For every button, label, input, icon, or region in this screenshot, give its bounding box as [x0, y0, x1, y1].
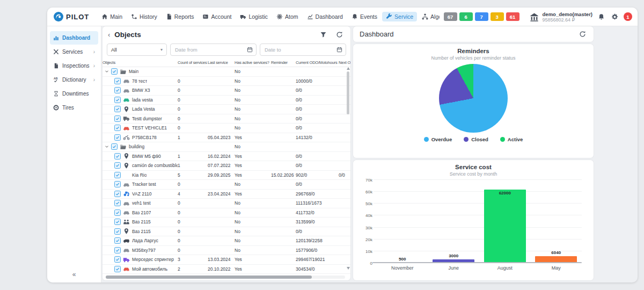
scroll-down-arrow[interactable]	[347, 267, 350, 270]
nav-item-atom[interactable]: Atom	[273, 12, 302, 21]
user-menu[interactable]: demo_demo(master) 95856802.64 ₽	[529, 11, 592, 23]
table-row[interactable]: Мой мотоцикл113.03.2024Yes1221935/0	[103, 274, 350, 275]
row-checkbox[interactable]	[114, 181, 121, 187]
legend-item-active[interactable]: Active	[500, 136, 523, 142]
row-checkbox[interactable]	[114, 209, 121, 216]
vertical-scroll-thumb[interactable]	[347, 71, 349, 114]
table-row[interactable]: 78 тест0No10000/0	[103, 77, 350, 86]
row-checkbox[interactable]	[114, 228, 121, 235]
refresh-icon[interactable]	[578, 30, 587, 39]
counter-badge[interactable]: 7	[475, 12, 488, 21]
sidebar-item-dictionary[interactable]: ABDictionary›	[50, 73, 98, 86]
counter-badge[interactable]: 6	[459, 12, 473, 21]
nav-item-algorithms[interactable]: Algorithms	[418, 12, 439, 21]
nav-item-history[interactable]: History	[127, 12, 161, 21]
counter-badges: 6767361	[444, 12, 519, 21]
odo-cell: 0/0	[296, 182, 339, 187]
nav-item-dashboard[interactable]: Dashboard	[303, 12, 347, 21]
alerts-count-badge[interactable]: 1	[624, 12, 632, 21]
expand-chevron-icon[interactable]	[105, 69, 109, 74]
nav-item-events[interactable]: Events	[348, 12, 381, 21]
row-checkbox[interactable]	[114, 125, 121, 131]
scroll-up-arrow[interactable]	[347, 67, 350, 70]
date-to-input[interactable]	[264, 46, 336, 53]
last-cell: 16.02.2024	[208, 154, 235, 159]
object-type-select[interactable]: All ▾	[107, 44, 167, 56]
vertical-scrollbar[interactable]	[346, 67, 350, 270]
row-checkbox[interactable]	[114, 256, 121, 263]
nav-item-reports[interactable]: Reports	[162, 12, 198, 21]
calendar-icon[interactable]	[336, 47, 342, 53]
row-checkbox[interactable]	[114, 78, 121, 84]
counter-badge[interactable]: 67	[444, 12, 457, 21]
table-row[interactable]: veh1 test0No111316/1673	[103, 199, 350, 208]
table-row[interactable]: Lada Vesta0No0/0	[103, 105, 350, 114]
refresh-icon[interactable]	[335, 30, 344, 39]
count-cell: 0	[178, 248, 208, 253]
table-row[interactable]: Testt dumpster0No0/0	[103, 114, 350, 124]
table-row[interactable]: Ваз 21070No411732/0	[103, 208, 350, 218]
row-checkbox[interactable]	[114, 87, 121, 93]
table-row[interactable]: Лада Ларгус0No120139/2258	[103, 236, 350, 246]
table-row[interactable]: VAZ 2110423.04.2024Yes296768/0	[103, 190, 350, 199]
row-checkbox[interactable]	[114, 97, 121, 103]
active-cell: No	[235, 78, 271, 84]
table-row[interactable]: Мерседес спринтер313.03.2024Yes299467/19…	[103, 255, 350, 265]
sidebar-collapse-button[interactable]: «	[47, 271, 101, 278]
table-row[interactable]: M358ху7970No1577906/0	[103, 246, 350, 256]
table-row[interactable]: Kia Rio529.09.2025Yes15.02.2026902/00/0	[103, 171, 350, 180]
row-checkbox[interactable]	[114, 219, 121, 225]
table-group-row[interactable]: buildingNo	[103, 142, 350, 152]
table-row[interactable]: camión de combustible107.07.2022Yes0/0	[103, 161, 350, 171]
horizontal-scrollbar[interactable]	[106, 276, 345, 279]
row-checkbox[interactable]	[114, 115, 121, 122]
calendar-icon[interactable]	[247, 47, 253, 53]
table-row[interactable]: Ваз 21150No313599/0	[103, 218, 350, 227]
nav-item-account[interactable]: Account	[199, 12, 235, 21]
counter-badge[interactable]: 61	[506, 12, 519, 21]
filter-funnel-icon[interactable]	[319, 30, 328, 39]
row-checkbox[interactable]	[114, 106, 121, 112]
row-checkbox[interactable]	[114, 153, 121, 160]
row-checkbox[interactable]	[114, 237, 121, 244]
row-checkbox[interactable]	[114, 266, 121, 272]
back-chevron-icon[interactable]: ‹	[108, 31, 110, 38]
nav-item-main[interactable]: Main	[98, 12, 126, 21]
row-checkbox[interactable]	[111, 68, 118, 75]
row-checkbox[interactable]	[114, 162, 121, 169]
row-checkbox[interactable]	[114, 172, 121, 178]
notifications-bell-icon[interactable]	[597, 12, 606, 21]
horizontal-scroll-thumb[interactable]	[106, 276, 312, 279]
table-row[interactable]: Tracker test0No0/0	[103, 180, 350, 190]
row-checkbox[interactable]	[111, 143, 118, 150]
date-from-input[interactable]	[174, 46, 247, 53]
row-checkbox[interactable]	[114, 191, 121, 197]
row-checkbox[interactable]	[114, 134, 121, 141]
table-row[interactable]: P758CB178105.04.2023Yes14132/0	[103, 133, 350, 143]
legend-item-overdue[interactable]: Overdue	[424, 136, 452, 142]
pilot-logo[interactable]: PILOT	[54, 12, 89, 21]
counter-badge[interactable]: 3	[491, 12, 504, 21]
count-cell: 0	[178, 200, 208, 206]
nav-item-service[interactable]: Service	[382, 12, 417, 21]
sidebar-item-tires[interactable]: Tires	[50, 101, 98, 114]
table-row[interactable]: Ваз 21150No0/0	[103, 227, 350, 237]
settings-gear-icon[interactable]	[610, 12, 619, 21]
table-row[interactable]: lada vesta0No0/0	[103, 96, 350, 105]
table-row[interactable]: Мой автомобиль220.10.2022Yes304534/0	[103, 265, 350, 274]
x-axis-label: November	[377, 265, 428, 271]
sidebar-item-dashboard[interactable]: Dashboard	[50, 31, 98, 45]
sidebar-item-inspections[interactable]: Inspections›	[50, 59, 98, 73]
table-row[interactable]: TEST VEHICLE10No0/0	[103, 124, 350, 133]
expand-chevron-icon[interactable]	[105, 144, 109, 149]
table-row[interactable]: BMW M5 ф90116.02.2024Yes0/0	[103, 152, 350, 162]
sidebar-item-downtimes[interactable]: Downtimes	[50, 87, 98, 100]
row-checkbox[interactable]	[114, 247, 121, 253]
column-header-next-odo: Next ODO	[339, 60, 350, 65]
sidebar-item-services[interactable]: Services›	[50, 45, 98, 59]
nav-item-logistic[interactable]: Logistic	[236, 12, 272, 21]
row-checkbox[interactable]	[114, 200, 121, 206]
legend-item-closed[interactable]: Closed	[464, 136, 488, 142]
table-group-row[interactable]: MainNo	[103, 67, 350, 77]
table-row[interactable]: BMW X30No0/0	[103, 86, 350, 96]
